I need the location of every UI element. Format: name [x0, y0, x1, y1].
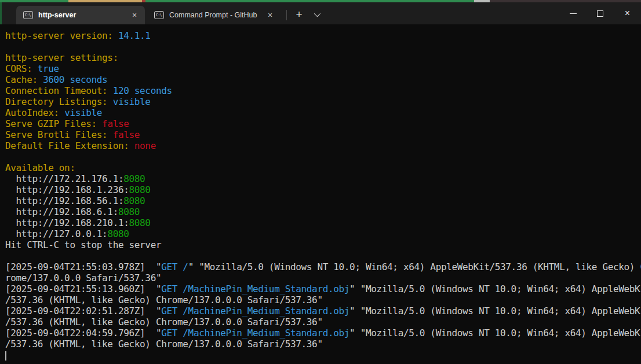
terminal-text: http://192.168.1.236: — [5, 184, 129, 195]
terminal-text: rome/137.0.0.0 Safari/537.36" — [5, 272, 161, 283]
terminal-text: false — [113, 129, 140, 140]
terminal-text: GET / — [161, 261, 188, 272]
terminal-text: Connection Timeout: — [5, 85, 113, 96]
terminal-line: AutoIndex: visible — [5, 107, 641, 118]
close-icon[interactable]: × — [265, 10, 275, 20]
terminal-line: [2025-09-04T22:02:51.287Z] "GET /Machine… — [5, 305, 641, 316]
terminal-text: [2025-09-04T22:04:59.796Z] " — [5, 327, 161, 338]
terminal-cursor — [5, 351, 6, 361]
terminal-line: /537.36 (KHTML, like Gecko) Chrome/137.0… — [5, 316, 641, 327]
terminal-text: http://192.168.6.1: — [5, 206, 118, 217]
terminal-text: false — [102, 118, 129, 129]
terminal-line: Serve Brotli Files: false — [5, 129, 641, 140]
terminal-text: /537.36 (KHTML, like Gecko) Chrome/137.0… — [5, 316, 323, 327]
terminal-text: 8080 — [129, 217, 151, 228]
terminal-line: Default File Extension: none — [5, 140, 641, 151]
terminal-text: GET /MachinePin_Medium_Standard.obj — [161, 283, 349, 294]
terminal-text: Serve GZIP Files: — [5, 118, 102, 129]
terminal-text: 8080 — [129, 184, 151, 195]
chevron-down-icon — [314, 10, 320, 17]
terminal-line: Hit CTRL-C to stop the server — [5, 239, 641, 250]
terminal-text: Directory Listings: — [5, 96, 113, 107]
terminal-text: visible — [64, 107, 102, 118]
terminal-text: 14.1.1 — [118, 30, 151, 41]
terminal-text: Cache: — [5, 74, 43, 85]
close-button[interactable]: × — [614, 2, 641, 24]
terminal-text: 8080 — [107, 228, 129, 239]
terminal-text: CORS: — [5, 63, 38, 74]
terminal-text: 120 seconds — [113, 85, 172, 96]
terminal-text: 8080 — [123, 195, 145, 206]
terminal-text: http://192.168.56.1: — [5, 195, 123, 206]
cmd-prompt-icon: C:\ — [154, 11, 164, 19]
terminal-line: http://192.168.1.236:8080 — [5, 184, 641, 195]
terminal-line — [5, 350, 641, 361]
terminal-text: http://127.0.0.1: — [5, 228, 107, 239]
terminal-text: /537.36 (KHTML, like Gecko) Chrome/137.0… — [5, 294, 323, 305]
terminal-text: GET /MachinePin_Medium_Standard.obj — [161, 305, 349, 316]
terminal-text: http-server settings: — [5, 52, 118, 63]
terminal-text: " "Mozilla/5.0 (Windows NT 10.0; Win64; … — [349, 305, 641, 316]
minimize-button[interactable] — [559, 2, 587, 24]
terminal-line: Cache: 3600 seconds — [5, 74, 641, 85]
terminal-output[interactable]: http-server version: 14.1.1http-server s… — [0, 24, 641, 364]
tab-command-prompt-github[interactable]: C:\ Command Prompt - GitHub × — [147, 6, 281, 24]
terminal-line: http://192.168.210.1:8080 — [5, 217, 641, 228]
terminal-text: [2025-09-04T21:55:13.960Z] " — [5, 283, 161, 294]
tab-bar: C:\ http-server × C:\ Command Prompt - G… — [2, 2, 641, 24]
terminal-line — [5, 250, 641, 261]
terminal-text: /537.36 (KHTML, like Gecko) Chrome/137.0… — [5, 338, 323, 350]
terminal-text: [2025-09-04T21:55:03.978Z] " — [5, 261, 161, 272]
tab-http-server[interactable]: C:\ http-server × — [16, 6, 145, 24]
terminal-text: Hit CTRL-C to stop the server — [5, 239, 161, 250]
terminal-text: true — [38, 63, 59, 74]
tab-strip: C:\ http-server × C:\ Command Prompt - G… — [2, 2, 555, 24]
terminal-text: 8080 — [123, 173, 145, 184]
terminal-window: C:\ http-server × C:\ Command Prompt - G… — [0, 0, 641, 364]
terminal-text: http-server version: — [5, 30, 118, 41]
terminal-text: 8080 — [118, 206, 140, 217]
terminal-text: " "Mozilla/5.0 (Windows NT 10.0; Win64; … — [349, 283, 641, 294]
tab-separator — [286, 10, 287, 20]
new-tab-button[interactable]: + — [290, 7, 308, 22]
terminal-text: Default File Extension: — [5, 140, 134, 151]
terminal-text: Serve Brotli Files: — [5, 129, 113, 140]
tab-dropdown-button[interactable] — [308, 7, 325, 22]
maximize-icon — [597, 10, 603, 17]
terminal-text: http://172.21.176.1: — [5, 173, 123, 184]
terminal-text: http://192.168.210.1: — [5, 217, 129, 228]
terminal-line: http://192.168.6.1:8080 — [5, 206, 641, 217]
terminal-line: http-server settings: — [5, 52, 641, 63]
terminal-line: CORS: true — [5, 63, 641, 74]
terminal-text: AutoIndex: — [5, 107, 64, 118]
terminal-line: [2025-09-04T21:55:13.960Z] "GET /Machine… — [5, 283, 641, 294]
terminal-text: [2025-09-04T22:02:51.287Z] " — [5, 305, 161, 316]
terminal-line: Directory Listings: visible — [5, 96, 641, 107]
terminal-line: Serve GZIP Files: false — [5, 118, 641, 129]
terminal-line — [5, 151, 641, 162]
terminal-line: /537.36 (KHTML, like Gecko) Chrome/137.0… — [5, 294, 641, 305]
terminal-text: 3600 seconds — [43, 74, 107, 85]
terminal-text: " "Mozilla/5.0 (Windows NT 10.0; Win64; … — [349, 327, 641, 338]
terminal-line — [5, 41, 641, 52]
terminal-text: none — [134, 140, 156, 151]
terminal-line: http://127.0.0.1:8080 — [5, 228, 641, 239]
tab-label: Command Prompt - GitHub — [169, 11, 260, 19]
terminal-text: GET /MachinePin_Medium_Standard.obj — [161, 327, 349, 338]
terminal-line: http://192.168.56.1:8080 — [5, 195, 641, 206]
terminal-line: /537.36 (KHTML, like Gecko) Chrome/137.0… — [5, 338, 641, 350]
close-icon[interactable]: × — [130, 10, 139, 20]
terminal-line: Connection Timeout: 120 seconds — [5, 85, 641, 96]
cmd-prompt-icon: C:\ — [23, 11, 33, 19]
tab-label: http-server — [38, 11, 125, 19]
terminal-line: [2025-09-04T22:04:59.796Z] "GET /Machine… — [5, 327, 641, 338]
maximize-button[interactable] — [587, 2, 614, 24]
minimize-icon — [570, 13, 577, 14]
window-controls: × — [559, 2, 641, 24]
terminal-line: rome/137.0.0.0 Safari/537.36" — [5, 272, 641, 283]
terminal-text: Available on: — [5, 162, 75, 173]
terminal-line: http-server version: 14.1.1 — [5, 30, 641, 41]
terminal-text: " "Mozilla/5.0 (Windows NT 10.0; Win64; … — [188, 261, 641, 272]
terminal-line: Available on: — [5, 162, 641, 173]
terminal-text: visible — [113, 96, 151, 107]
